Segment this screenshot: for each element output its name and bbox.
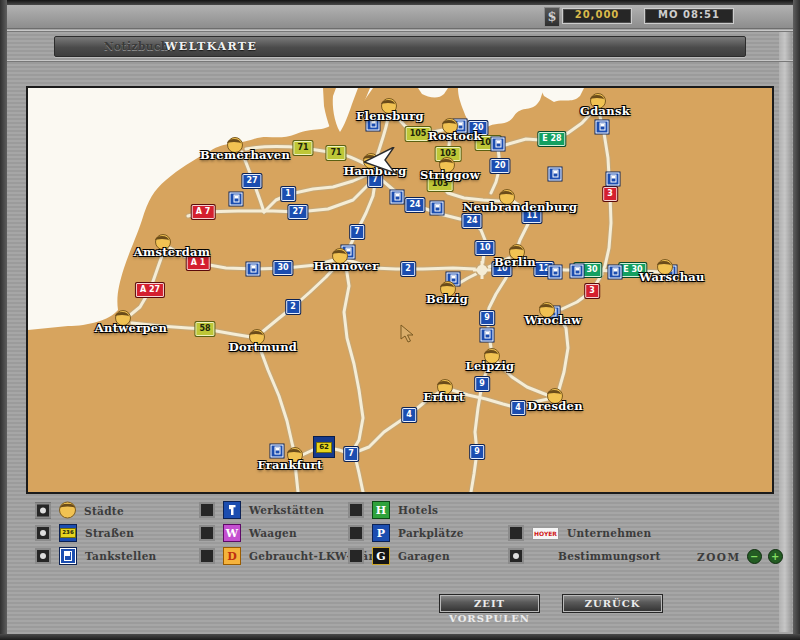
legend-checkbox-road[interactable] [35,525,51,541]
legend-label-fuel: Tankstellen [85,550,157,562]
window-edge-left [0,0,7,640]
hotel-icon: H [372,501,390,519]
city-label-amsterdam[interactable]: Amsterdam [134,245,211,259]
city-label-dresden[interactable]: Dresden [527,399,583,413]
legend-checkbox-parking[interactable] [348,525,364,541]
legend-label-destination: Bestimmungsort [558,550,661,562]
city-label-leipzig[interactable]: Leipzig [466,359,515,373]
city-label-bremerhaven[interactable]: Bremerhaven [200,148,290,162]
fast-forward-time-button[interactable]: ZEIT VORSPULEN [440,595,539,612]
legend-checkbox-scale[interactable] [199,525,215,541]
currency-icon: $ [544,7,560,27]
zoom-out-button[interactable]: − [747,549,762,564]
legend-label-parking: Parkplätze [398,527,464,539]
fuel-station-icon [596,121,609,134]
map-markers: 2712772424112020723021010129994477171105… [28,88,772,492]
legend-checkbox-fuel[interactable] [35,548,51,564]
legend-label-city: Städte [84,504,124,516]
road-sign-7: 7 [350,225,364,239]
road-sign-10: 10 [475,241,494,255]
city-label-frankfurt[interactable]: Frankfurt [257,458,322,472]
city-label-berlin[interactable]: Berlin [494,255,536,269]
city-label-striggow[interactable]: Striggow [420,168,480,182]
road-sign-30: 30 [273,261,292,275]
legend-checkbox-company[interactable] [508,525,524,541]
legend-label-hotel: Hotels [398,504,438,516]
zoom-in-button[interactable]: + [768,549,783,564]
divider [7,60,793,61]
mouse-cursor-icon [364,147,396,175]
highway-exit-sign: 62 [313,436,335,458]
road-sign-27: 27 [242,174,261,188]
notebook-label: Notizbuch: [104,40,173,52]
legend-item-workshop: Werkstätten [199,501,324,519]
legend-label-workshop: Werkstätten [249,504,324,516]
road-sign-1: 1 [281,187,295,201]
fuel-station-icon [271,445,284,458]
fuel-station-icon [609,266,622,279]
dealer-icon: D [223,547,241,565]
city-label-hannover[interactable]: Hannover [313,259,378,273]
road-sign-4: 4 [402,408,416,422]
world-map[interactable]: 2712772424112020723021010129994477171105… [26,86,774,494]
workshop-icon [223,501,241,519]
legend-checkbox-garage[interactable] [348,548,364,564]
city-label-neubrandenburg[interactable]: Neubrandenburg [463,200,578,214]
road-sign-24: 24 [405,198,424,212]
legend-checkbox-destination[interactable] [508,548,524,564]
city-label-warschau[interactable]: Warschau [639,270,704,284]
road-sign-105: 105 [406,127,431,141]
legend-item-garage: GGaragen [348,547,450,565]
legend-label-garage: Garagen [398,550,450,562]
road-sign-7: 7 [344,447,358,461]
fuel-station-icon [230,193,243,206]
road-sign-4: 4 [511,401,525,415]
fuel-station-icon [247,263,260,276]
city-label-erfurt[interactable]: Erfurt [423,390,464,404]
fuel-station-icon [571,265,584,278]
fuel-station-icon [431,202,444,215]
city-label-dortmund[interactable]: Dortmund [229,340,297,354]
road-icon: 236 [59,524,77,542]
legend-checkbox-workshop[interactable] [199,502,215,518]
legend-item-fuel: Tankstellen [35,547,157,565]
city-label-rostock[interactable]: Rostock [428,129,482,143]
window-edge-top [0,0,800,5]
legend-item-hotel: HHotels [348,501,438,519]
city-label-gdansk[interactable]: Gdansk [580,104,630,118]
clock-display: MO 08:51 [644,8,734,24]
road-sign-24: 24 [462,214,481,228]
legend-label-scale: Waagen [249,527,297,539]
zoom-control: ZOOM − + [697,549,783,564]
legend-checkbox-dealer[interactable] [199,548,215,564]
zoom-label: ZOOM [697,551,741,563]
city-label-antwerpen[interactable]: Antwerpen [95,321,167,335]
legend-label-company: Unternehmen [567,527,652,539]
road-sign-9: 9 [470,445,484,459]
legend-label-road: Straßen [85,527,134,539]
scale-icon: W [223,524,241,542]
divider [7,30,793,31]
fuel-icon [59,547,77,565]
road-sign-71: 71 [326,146,345,160]
company-icon: HOYER [532,527,559,540]
fuel-station-icon [607,173,620,186]
back-button[interactable]: ZURÜCK [563,595,662,612]
city-label-belzig[interactable]: Belzig [426,292,468,306]
legend-checkbox-city[interactable] [35,502,51,518]
garage-icon: G [372,547,390,565]
road-sign-27: 27 [288,205,307,219]
destination-icon [532,547,550,565]
legend-item-destination: Bestimmungsort [508,547,661,565]
road-sign-9: 9 [475,377,489,391]
page-title: WELTKARTE [165,40,257,53]
game-screen: $ 20,000 MO 08:51 Notizbuch: WELTKARTE [0,0,800,640]
legend-checkbox-hotel[interactable] [348,502,364,518]
player-position-arrow [400,324,416,343]
road-sign-3: 3 [585,284,599,298]
city-icon [59,502,76,519]
money-display: 20,000 [562,8,632,24]
city-label-flensburg[interactable]: Flensburg [356,109,424,123]
road-sign-A27: A 27 [136,283,164,297]
city-label-wroclaw[interactable]: Wroclaw [525,313,582,327]
